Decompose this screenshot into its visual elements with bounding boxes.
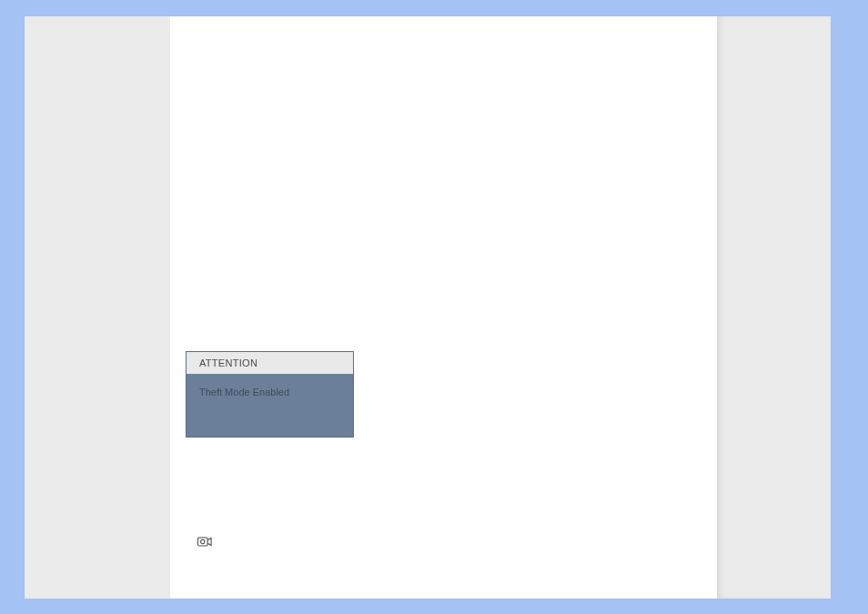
attention-header: ATTENTION xyxy=(187,352,353,374)
camera-icon xyxy=(197,535,212,551)
svg-rect-0 xyxy=(197,538,207,546)
svg-point-1 xyxy=(201,539,205,543)
left-sidebar xyxy=(25,16,170,599)
attention-notification-box: ATTENTION Theft Mode Enabled xyxy=(186,351,354,438)
main-content: ATTENTION Theft Mode Enabled xyxy=(170,16,717,599)
right-sidebar xyxy=(717,16,831,599)
attention-message: Theft Mode Enabled xyxy=(187,374,353,410)
page-wrapper: ATTENTION Theft Mode Enabled xyxy=(0,0,868,614)
